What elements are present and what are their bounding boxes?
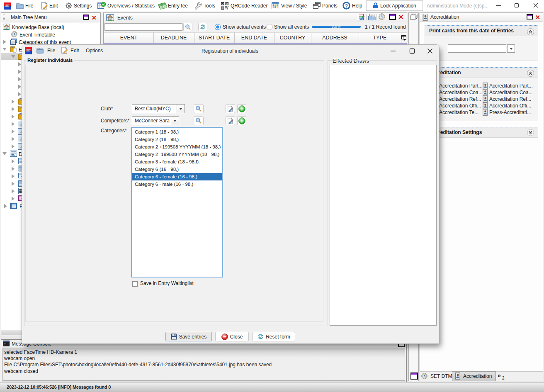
- svg-text:>: >: [4, 342, 5, 346]
- svg-text:?: ?: [345, 3, 348, 8]
